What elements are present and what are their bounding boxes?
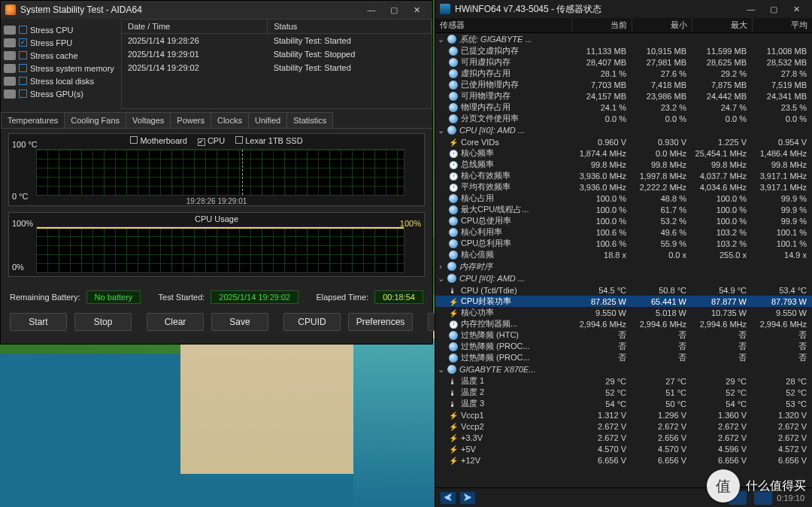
sensor-row[interactable]: 已使用物理内存 7,703 MB 7,418 MB 7,875 MB 7,519… [435,79,812,90]
sensor-row[interactable]: 温度 1 29 °C 27 °C 29 °C 28 °C [435,375,812,387]
hw-close-window-button[interactable]: ✕ [785,2,807,17]
sensor-row[interactable]: CPU总利用率 100.6 % 55.9 % 103.2 % 100.1 % [435,238,812,249]
hw-column-headers[interactable]: 传感器 当前 最小 最大 平均 [435,18,812,33]
checkbox[interactable] [235,136,243,144]
sensor-row[interactable]: 虚拟内存占用 28.1 % 27.6 % 29.2 % 27.8 % [435,68,812,79]
caret-right-icon[interactable]: › [437,262,444,271]
stress-option[interactable]: Stress FPU [4,36,118,49]
sensor-row[interactable]: 总线频率 99.8 MHz 99.8 MHz 99.8 MHz 99.8 MHz [435,159,812,170]
sensor-group[interactable]: › 内存时序 [435,260,812,272]
sensor-row[interactable]: Vccp2 2.672 V 2.672 V 2.672 V 2.672 V [435,420,812,432]
checkbox[interactable] [19,64,27,72]
caret-down-icon[interactable]: ⌄ [437,274,444,284]
sensor-group[interactable]: ⌄ CPU [#0]: AMD ... [435,272,812,284]
log-row[interactable]: 2025/1/14 19:29:01 Stability Test: Stopp… [122,47,432,61]
sensor-row[interactable]: Vccp1 1.312 V 1.296 V 1.360 V 1.320 V [435,409,812,420]
sensor-row[interactable]: 可用物理内存 24,157 MB 23,986 MB 24,442 MB 24,… [435,90,812,102]
sensor-row[interactable]: 过热降频 (HTC) 否 否 否 否 [435,329,812,341]
sensor-row[interactable]: 核心利用率 100.6 % 49.6 % 103.2 % 100.1 % [435,226,812,238]
checkbox[interactable] [19,77,27,85]
hw-col-cur[interactable]: 当前 [572,18,632,32]
log-col-datetime[interactable]: Date / Time [122,20,268,34]
sensor-row[interactable]: 温度 3 54 °C 50 °C 54 °C 53 °C [435,398,812,409]
sensor-row[interactable]: CPU (Tctl/Tdie) 54.5 °C 50.8 °C 54.9 °C … [435,284,812,296]
hw-col-min[interactable]: 最小 [632,18,692,32]
sensor-row[interactable]: 核心占用 100.0 % 48.8 % 100.0 % 99.9 % [435,193,812,204]
stress-option[interactable]: Stress cache [4,49,118,62]
sensor-group[interactable]: ⌄ GIGABYTE X870E... [435,363,812,375]
tab-unified[interactable]: Unified [248,112,287,128]
stress-option[interactable]: Stress local disks [4,74,118,87]
sensor-group[interactable]: ⌄ CPU [#0]: AMD ... [435,124,812,136]
hw-maximize-button[interactable]: ▢ [762,2,785,17]
stop-button[interactable]: Stop [74,313,132,331]
sensor-row[interactable]: +5V 4.570 V 4.570 V 4.596 V 4.572 V [435,443,812,454]
hw-minimize-button[interactable]: — [740,2,762,17]
checkbox[interactable] [19,26,27,34]
sensor-row[interactable]: 核心功率 9.550 W 5.018 W 10.735 W 9.550 W [435,307,812,318]
caret-down-icon[interactable]: ⌄ [437,35,444,44]
log-row[interactable]: 2025/1/14 19:29:02 Stability Test: Start… [122,61,432,74]
checkbox[interactable] [130,136,138,144]
clear-button[interactable]: Clear [147,313,204,331]
smzdm-logo-icon: 值 [707,469,740,502]
sensor-row[interactable]: 可用虚拟内存 28,407 MB 27,981 MB 28,625 MB 28,… [435,56,812,68]
checkbox[interactable] [198,138,205,146]
event-log[interactable]: Date / Time Status 2025/1/14 19:28:26 St… [121,19,432,109]
tab-statistics[interactable]: Statistics [286,112,333,128]
stress-option[interactable]: Stress GPU(s) [4,87,118,100]
save-button[interactable]: Save [211,313,268,331]
nav-next-icon[interactable]: ⮞ [459,491,476,505]
minimize-button[interactable]: — [360,2,383,17]
nav-prev-icon[interactable]: ⮜ [440,491,456,505]
sensor-row[interactable]: Core VIDs 0.960 V 0.930 V 1.225 V 0.954 … [435,136,812,147]
sensor-row[interactable]: 已提交虚拟内存 11,133 MB 10,915 MB 11,599 MB 11… [435,45,812,56]
legend-item[interactable]: CPU [198,136,225,146]
sensor-row[interactable]: 温度 2 52 °C 51 °C 52 °C 52 °C [435,387,812,398]
legend-item[interactable]: Lexar 1TB SSD [235,136,302,145]
sensor-icon [449,399,458,408]
sensor-row[interactable]: 物理内存占用 24.1 % 23.2 % 24.7 % 23.5 % [435,102,812,113]
start-button[interactable]: Start [10,313,67,331]
sensor-row[interactable]: 最大CPU/线程占... 100.0 % 61.7 % 100.0 % 99.9… [435,204,812,215]
checkbox[interactable] [19,51,27,59]
sensor-row[interactable]: 过热降频 (PROC... 否 否 否 否 [435,352,812,363]
sensor-row[interactable]: CPU总使用率 100.0 % 53.2 % 100.0 % 99.9 % [435,215,812,226]
sensor-row[interactable]: +12V 6.656 V 6.656 V 6.656 V 6.656 V [435,454,812,466]
sensor-row[interactable]: 核心倍频 18.8 x 0.0 x 255.0 x 14.9 x [435,249,812,260]
tab-cooling-fans[interactable]: Cooling Fans [64,112,126,128]
sensor-row[interactable]: 分页文件使用率 0.0 % 0.0 % 0.0 % 0.0 % [435,113,812,124]
sensor-row[interactable]: +3.3V 2.672 V 2.656 V 2.672 V 2.672 V [435,432,812,443]
sensor-row[interactable]: 平均有效频率 3,936.0 MHz 2,222.2 MHz 4,034.6 M… [435,181,812,193]
checkbox[interactable] [19,90,27,98]
sensor-row[interactable]: 核心频率 1,874.4 MHz 0.0 MHz 25,454.1 MHz 1,… [435,147,812,159]
checkbox[interactable] [19,38,27,47]
tab-powers[interactable]: Powers [170,112,211,128]
hw-sensor-tree[interactable]: ⌄ 系统: GIGABYTE ... 已提交虚拟内存 11,133 MB 10,… [435,33,812,487]
tab-clocks[interactable]: Clocks [211,112,249,128]
close-window-button[interactable]: ✕ [405,2,428,17]
caret-down-icon[interactable]: ⌄ [437,365,444,375]
sensor-group[interactable]: ⌄ 系统: GIGABYTE ... [435,33,812,45]
caret-down-icon[interactable]: ⌄ [437,126,444,135]
log-row[interactable]: 2025/1/14 19:28:26 Stability Test: Start… [122,34,432,48]
cpuid-button[interactable]: CPUID [283,313,341,331]
tab-temperatures[interactable]: Temperatures [1,112,65,128]
hw-titlebar[interactable]: HWiNFO64 v7.43-5045 - 传感器状态 — ▢ ✕ [435,0,812,18]
sensor-row[interactable]: CPU封装功率 87.825 W 65.441 W 87.877 W 87.79… [435,296,812,307]
stress-option[interactable]: Stress CPU [4,23,118,36]
maximize-button[interactable]: ▢ [383,2,405,17]
preferences-button[interactable]: Preferences [348,313,413,331]
aida-titlebar[interactable]: System Stability Test - AIDA64 — ▢ ✕ [1,1,432,19]
legend-item[interactable]: Motherboard [130,136,186,145]
sensor-row[interactable]: 过热降频 (PROC... 否 否 否 否 [435,341,812,352]
stress-option[interactable]: Stress system memory [4,62,118,74]
hw-col-avg[interactable]: 平均 [753,18,812,32]
log-col-status[interactable]: Status [268,20,432,34]
sensor-row[interactable]: 核心有效频率 3,936.0 MHz 1,997.8 MHz 4,037.7 M… [435,170,812,181]
sensor-avg: 3,917.1 MHz [753,172,812,181]
tab-voltages[interactable]: Voltages [126,112,171,128]
sensor-row[interactable]: 内存控制器频... 2,994.6 MHz 2,994.6 MHz 2,994.… [435,318,812,329]
hw-col-name[interactable]: 传感器 [435,18,572,32]
hw-col-max[interactable]: 最大 [692,18,753,32]
